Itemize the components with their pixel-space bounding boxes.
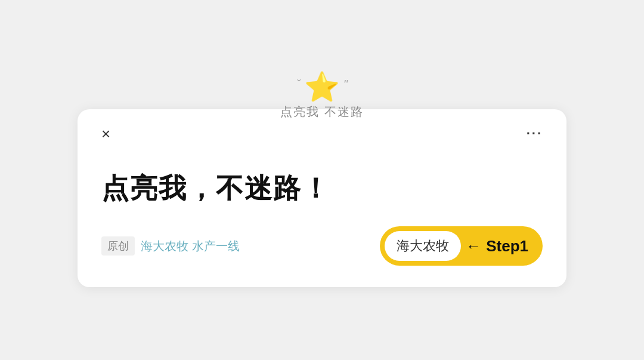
outer-container: ˇ ⭐ " 点亮我 不迷路 × ··· 点亮我，不迷路！ 原创 海大农牧 水产一… [78,73,566,287]
top-hint: ˇ ⭐ " 点亮我 不迷路 [280,73,364,120]
step1-highlight-account: 海大农牧 [385,231,461,261]
step1-wrapper[interactable]: 海大农牧 ← Step1 [380,226,543,266]
close-button[interactable]: × [101,126,110,141]
arrow-icon: ← [466,237,481,256]
card: × ··· 点亮我，不迷路！ 原创 海大农牧 水产一线 海大农牧 ← Step1 [78,109,566,287]
original-badge: 原创 [101,236,135,256]
more-button[interactable]: ··· [527,126,543,141]
step1-label: ← Step1 [466,237,538,256]
card-title: 点亮我，不迷路！ [101,170,543,207]
card-meta: 原创 海大农牧 水产一线 海大农牧 ← Step1 [101,226,543,266]
star-row: ˇ ⭐ " [296,73,348,101]
card-header: × ··· [101,126,543,141]
tick-left-icon: ˇ [296,78,301,91]
step1-text: Step1 [486,237,528,256]
hint-text: 点亮我 不迷路 [280,104,364,120]
star-icon: ⭐ [304,73,340,101]
tick-right-icon: " [343,78,348,91]
account-name[interactable]: 海大农牧 水产一线 [141,238,240,254]
